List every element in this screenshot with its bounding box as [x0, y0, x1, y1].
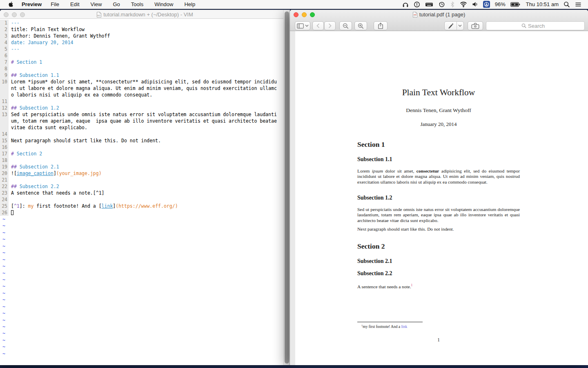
wifi-icon[interactable]: [460, 1, 467, 7]
vim-line-11: 11: [0, 98, 290, 105]
menu-item-edit[interactable]: Edit: [70, 1, 79, 7]
menu-item-window[interactable]: Window: [154, 1, 173, 7]
volume-icon[interactable]: [472, 1, 478, 7]
menu-item-help[interactable]: Help: [184, 1, 195, 7]
zoom-in-icon: [358, 23, 364, 29]
pdf-heading-section-2: Section 2: [357, 242, 520, 251]
markup-toolbar-button[interactable]: [468, 21, 483, 30]
pdf-heading-subsection-2-2: Subsection 2.2: [357, 270, 520, 277]
keyboard-icon[interactable]: [425, 1, 433, 8]
info-icon[interactable]: [414, 1, 420, 8]
chevron-down-icon: [458, 25, 462, 27]
vim-line-3: 3author: Dennis Tenen, Grant Wythoff: [0, 33, 290, 39]
apple-menu[interactable]: [7, 1, 13, 8]
zoom-in-button[interactable]: [354, 21, 367, 30]
vim-line-17: 17# Section 2: [0, 150, 290, 157]
vim-line-19: 19## Subsection 2.1: [0, 164, 290, 170]
pdf-doc-icon: [413, 12, 417, 18]
vim-tilde: ~: [0, 283, 290, 289]
pdf-heading-subsection-2-1: Subsection 2.1: [357, 258, 520, 265]
battery-percent: 96%: [495, 1, 506, 7]
preview-window: tutorial.pdf (1 page): [290, 10, 588, 365]
pdf-page: Plain Text Workflow Dennis Tenen, Grant …: [295, 31, 588, 365]
vim-buffer: 1---2title: Plain Text Workflow3author: …: [0, 20, 290, 216]
vim-line-8: 8: [0, 65, 290, 72]
menu-bar: Preview FileEditViewGoToolsWindowHelp 96…: [0, 0, 588, 9]
vim-line-16: 16: [0, 144, 290, 150]
vim-line-21: 21: [0, 177, 290, 183]
markdown-doc-icon: MD: [97, 12, 101, 18]
vim-tilde: ~: [0, 343, 290, 350]
vim-line-22: 22## Subsection 2.2: [0, 183, 290, 190]
vim-cursor: [11, 210, 13, 215]
markup-pen-button[interactable]: [444, 21, 464, 30]
markup-pen-icon: [447, 22, 454, 29]
share-button[interactable]: [374, 21, 388, 30]
search-field[interactable]: [486, 21, 585, 30]
vim-line-12: 12## Subsection 1.2: [0, 105, 290, 111]
search-input[interactable]: [528, 23, 549, 29]
vim-tilde: ~: [0, 337, 290, 343]
battery-icon[interactable]: [510, 1, 520, 8]
pdf-heading-section-1: Section 1: [357, 140, 520, 149]
zoom-out-icon: [343, 23, 349, 29]
vim-scrollbar-track[interactable]: [283, 10, 290, 365]
page-back-button[interactable]: [312, 21, 324, 30]
pdf-page-number: 1: [357, 337, 520, 342]
spotlight-icon[interactable]: [564, 1, 570, 8]
peace-app-icon[interactable]: [483, 1, 490, 8]
vim-tilde: ~: [0, 222, 290, 229]
vim-line-23: 23A sentence that needs a note.[^1]: [0, 190, 290, 196]
toolbox-icon: [471, 22, 479, 29]
vim-line-9: 9## Subsection 1.1: [0, 72, 290, 79]
vim-tilde: ~: [0, 317, 290, 323]
vim-tilde: ~: [0, 323, 290, 330]
menu-item-view[interactable]: View: [91, 1, 102, 7]
vim-tilde: ~: [0, 330, 290, 337]
vim-tilde: ~: [0, 249, 290, 256]
vim-tilde: ~: [0, 350, 290, 357]
chevron-right-icon: [328, 23, 332, 28]
active-app-name[interactable]: Preview: [22, 1, 42, 7]
pdf-heading-subsection-1-2: Subsection 1.2: [357, 195, 520, 201]
zoom-out-button[interactable]: [339, 21, 352, 30]
menu-item-file[interactable]: File: [51, 1, 59, 7]
preview-title-bar[interactable]: tutorial.pdf (1 page): [290, 10, 588, 31]
menu-status-area: 96% Thu 10:51 am: [402, 1, 588, 8]
vim-tilde: ~: [0, 256, 290, 263]
vim-tildes: ~~~~~~~~~~~~~~~~~~~~~: [0, 216, 290, 357]
vim-tilde: ~: [0, 303, 290, 310]
vim-tilde: ~: [0, 229, 290, 236]
pdf-footnote-link[interactable]: link: [401, 325, 407, 329]
chevron-left-icon: [316, 23, 320, 28]
vim-line-4: 4date: January 20, 2014: [0, 39, 290, 46]
sidebar-view-button[interactable]: [295, 21, 310, 30]
vim-line-24: 24: [0, 196, 290, 203]
vim-window: MD tutorial.markdown + (~/Desktop) - VIM…: [0, 10, 290, 365]
menu-item-tools[interactable]: Tools: [131, 1, 143, 7]
headphones-icon[interactable]: [402, 1, 409, 8]
vim-line-7: 7# Section 1: [0, 59, 290, 65]
notification-center-icon[interactable]: [575, 2, 581, 7]
time-machine-icon[interactable]: [438, 1, 445, 8]
menu-clock[interactable]: Thu 10:51 am: [526, 1, 559, 7]
vim-line-10: 10Lorem *ipsum* dolor sit amet, **consec…: [0, 79, 290, 98]
vim-tilde: ~: [0, 263, 290, 269]
vim-scrollbar-thumb[interactable]: [285, 11, 289, 364]
page-forward-button[interactable]: [324, 21, 336, 30]
vim-title-bar[interactable]: MD tutorial.markdown + (~/Desktop) - VIM: [0, 10, 290, 19]
pdf-scroll-area[interactable]: Plain Text Workflow Dennis Tenen, Grant …: [290, 31, 588, 365]
vim-line-6: 6: [0, 52, 290, 59]
search-icon: [521, 23, 526, 28]
pdf-note-text: A sentence that needs a note.: [357, 284, 411, 289]
vim-line-13: 13Sed ut perspiciatis unde omnis iste na…: [0, 111, 290, 131]
share-icon: [378, 22, 383, 29]
vim-line-20: 20![image_caption](your_image.jpg): [0, 170, 290, 177]
pdf-paragraph-sed: Sed ut perspiciatis unde omnis iste natu…: [357, 207, 520, 223]
svg-text:MD: MD: [98, 14, 101, 16]
pdf-note-sentence: A sentence that needs a note.1: [357, 283, 520, 289]
vim-editor-area[interactable]: 1---2title: Plain Text Workflow3author: …: [0, 19, 290, 365]
menu-item-go[interactable]: Go: [113, 1, 120, 7]
bluetooth-icon[interactable]: [450, 1, 455, 8]
pdf-paragraph-next: Next paragraph should start like this. D…: [357, 227, 520, 232]
